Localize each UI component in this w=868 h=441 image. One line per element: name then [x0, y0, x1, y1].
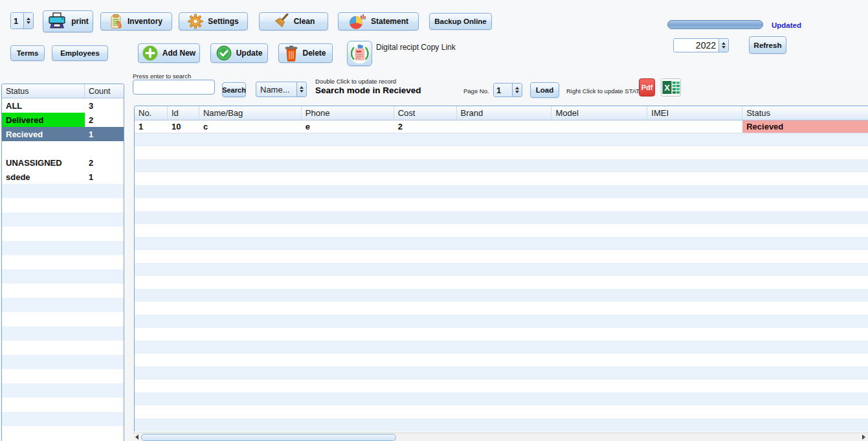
sidebar-status-row[interactable]: [2, 141, 124, 155]
grid-empty-row: [135, 315, 868, 328]
grid-empty-row: [135, 341, 868, 354]
sidebar-column-status[interactable]: Status: [2, 84, 85, 98]
year-spin-buttons[interactable]: [718, 39, 728, 52]
grid-empty-row: [135, 289, 868, 302]
table-row[interactable]: 1 10 c e 2 Recieved: [135, 120, 868, 133]
clipboard-icon: [110, 14, 123, 29]
scroll-left-arrow-icon[interactable]: [133, 433, 141, 441]
add-new-label: Add New: [162, 49, 195, 58]
broom-icon: [273, 14, 289, 29]
sidebar-empty-row: [2, 212, 124, 227]
load-button[interactable]: Load: [530, 82, 559, 98]
search-button[interactable]: Search: [222, 82, 246, 97]
grid-column-cost[interactable]: Cost: [394, 106, 457, 120]
clean-button[interactable]: Clean: [259, 12, 328, 30]
grid-column-phone[interactable]: Phone: [302, 106, 394, 120]
grid-empty-row: [135, 367, 868, 379]
update-label: Update: [236, 49, 263, 58]
add-new-button[interactable]: Add New: [138, 43, 200, 63]
search-mode-spin-buttons[interactable]: [296, 82, 306, 96]
export-excel-button[interactable]: X: [661, 78, 681, 96]
delete-button[interactable]: Delete: [278, 43, 333, 63]
page-spin-buttons[interactable]: [512, 84, 522, 96]
grid-column-no[interactable]: No.: [135, 106, 168, 120]
scrollbar-thumb[interactable]: [141, 434, 396, 441]
receipt-icon: [349, 43, 370, 64]
sidebar-status-row[interactable]: sdede1: [2, 170, 124, 184]
page-spinner[interactable]: 1: [493, 83, 522, 97]
update-button[interactable]: Update: [210, 43, 268, 63]
year-value: 2022: [674, 39, 718, 52]
grid-column-model[interactable]: Model: [551, 106, 647, 120]
statement-button[interactable]: Statement: [338, 12, 419, 30]
inventory-button[interactable]: Inventory: [100, 12, 172, 30]
svg-text:X: X: [664, 83, 670, 93]
grid-column-status[interactable]: Status: [742, 106, 868, 120]
search-mode-dropdown[interactable]: Name...: [256, 82, 307, 97]
clean-label: Clean: [294, 17, 315, 26]
horizontal-scrollbar[interactable]: [133, 433, 868, 441]
cell-name: c: [199, 120, 302, 133]
sidebar-status-row[interactable]: Delivered2: [2, 113, 124, 127]
statement-label: Statement: [371, 17, 408, 26]
sidebar-empty-row: [2, 355, 124, 369]
grid-empty-row: [135, 302, 868, 315]
copies-spin-buttons[interactable]: [23, 13, 33, 28]
sidebar-empty-row: [2, 227, 124, 241]
grid-empty-row: [135, 211, 868, 224]
print-button[interactable]: print: [43, 10, 93, 32]
copies-value: 1: [11, 13, 23, 28]
page-value: 1: [494, 84, 512, 96]
records-grid: No. Id Name/Bag Phone Cost Brand Model I…: [134, 106, 868, 431]
sidebar-status-row[interactable]: UNASSIGNED2: [2, 155, 124, 170]
double-click-tip: Double Click to update record: [315, 78, 396, 85]
cell-no: 1: [135, 120, 168, 133]
sidebar-empty-row: [2, 284, 124, 298]
terms-button[interactable]: Terms: [10, 45, 45, 61]
grid-empty-row: [135, 392, 868, 405]
search-input[interactable]: [133, 80, 215, 95]
sidebar-status-row[interactable]: ALL3: [2, 98, 124, 113]
pdf-label: Pdf: [641, 84, 653, 91]
digital-receipt-button[interactable]: [347, 41, 372, 66]
load-label: Load: [536, 86, 553, 94]
scroll-right-arrow-icon[interactable]: [860, 433, 868, 441]
sync-progress-bar: [667, 20, 763, 29]
settings-button[interactable]: Settings: [179, 12, 248, 30]
grid-empty-row: [135, 146, 868, 159]
refresh-button[interactable]: Refresh: [749, 36, 786, 54]
sidebar-empty-row: [2, 255, 124, 269]
grid-empty-row: [135, 354, 868, 367]
grid-column-imei[interactable]: IMEI: [647, 106, 742, 120]
cell-id: 10: [168, 120, 199, 133]
grid-empty-row: [135, 198, 868, 211]
sidebar-empty-row: [2, 398, 124, 412]
printer-icon: [47, 12, 67, 30]
copies-spinner[interactable]: 1: [10, 12, 34, 29]
sidebar-empty-row: [2, 298, 124, 312]
year-spinner[interactable]: 2022: [673, 38, 729, 52]
grid-column-id[interactable]: Id: [168, 106, 199, 120]
grid-column-name[interactable]: Name/Bag: [199, 106, 302, 120]
sidebar-empty-row: [2, 426, 124, 440]
employees-button[interactable]: Employees: [52, 45, 108, 61]
sidebar-empty-row: [2, 184, 124, 198]
grid-empty-row: [135, 405, 868, 418]
sidebar-empty-row: [2, 269, 124, 284]
cell-cost: 2: [394, 120, 457, 133]
grid-column-brand[interactable]: Brand: [457, 106, 552, 120]
sidebar-status-row[interactable]: Recieved1: [2, 127, 124, 141]
right-click-tip: Right Click to update STATUS: [566, 87, 648, 95]
sidebar-empty-row: [2, 369, 124, 383]
cell-phone: e: [302, 120, 394, 133]
grid-empty-row: [135, 418, 868, 431]
grid-empty-row: [135, 185, 868, 198]
sidebar-column-count[interactable]: Count: [85, 84, 124, 98]
grid-empty-row: [135, 263, 868, 276]
backup-online-button[interactable]: Backup Online: [429, 13, 492, 30]
grid-empty-row: [135, 379, 868, 392]
refresh-label: Refresh: [754, 41, 782, 49]
export-pdf-button[interactable]: Pdf: [639, 78, 655, 96]
search-mode-value: Name...: [256, 82, 296, 96]
grid-empty-row: [135, 237, 868, 250]
